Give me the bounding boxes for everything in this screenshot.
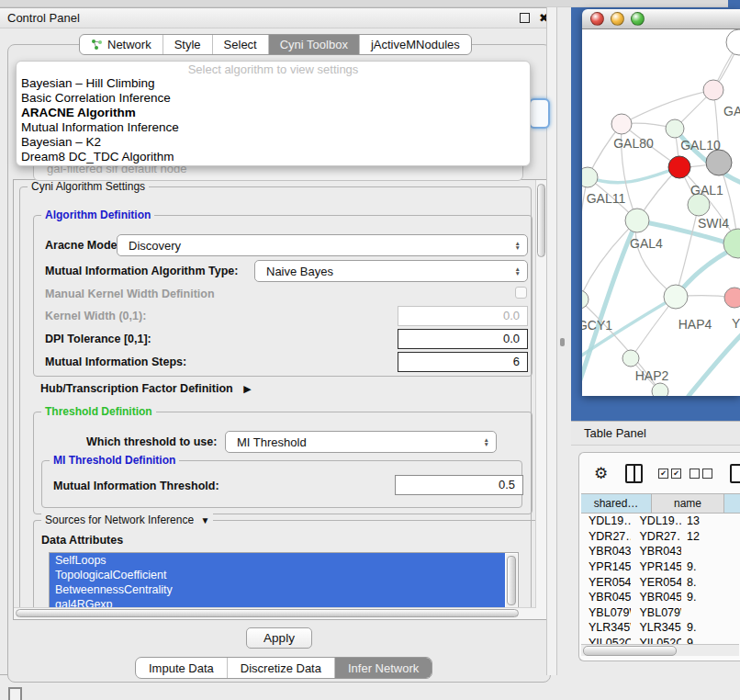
table-row[interactable]: YBL079WYBL079W [581,605,740,621]
tab-infer-network[interactable]: Infer Network [334,658,432,678]
column-header-a[interactable]: A [724,494,740,513]
dpi-tolerance-field[interactable]: 0.0 [398,329,528,349]
node-pink-top[interactable] [703,80,723,100]
hub-definition-toggle[interactable]: Hub/Transcription Factor Definition ▶ [40,382,252,395]
mi-algorithm-type-label: Mutual Information Algorithm Type: [45,265,238,277]
column-header-name[interactable]: name [652,494,724,513]
node-gal4[interactable] [625,209,649,232]
which-threshold-combo[interactable]: MI Threshold ▲▼ [225,431,497,453]
mi-threshold-group-label: MI Threshold Definition [50,454,179,467]
network-canvas[interactable]: GALGAL80GAL10GAL1GAL11SWI4GAL4GCY1HAP4YH… [582,29,740,396]
screen: Control Panel ✖ NetworkStyleSelectCyni T… [0,0,740,700]
node-gal11[interactable] [582,167,598,187]
algorithm-option-basic-correlation-inference[interactable]: Basic Correlation Inference [17,91,530,106]
tab-impute-data[interactable]: Impute Data [136,658,227,678]
algorithm-option-bayesian-k2[interactable]: Bayesian – K2 [17,135,530,150]
tab-cyni-toolbox[interactable]: Cyni Toolbox [268,35,359,54]
table-cell: YBR043C [581,545,631,558]
expand-arrow-icon: ▶ [243,383,251,394]
mi-steps-label: Mutual Information Steps: [45,356,186,368]
settings-horizontal-scrollbar[interactable] [14,607,536,619]
tab-network[interactable]: Network [80,35,163,54]
table-cell: YPR145W [631,560,682,573]
table-cell: YDL19… [631,514,682,527]
algorithm-popup-placeholder: Select algorithm to view settings [17,62,530,76]
node-gcy1[interactable] [582,290,589,309]
tab-jactivemnodules[interactable]: jActiveMNodules [359,35,471,54]
node-gray[interactable] [706,150,732,175]
zoom-window-button[interactable] [631,12,645,26]
column-header-shared[interactable]: shared… [581,494,652,513]
collapse-arrow-icon: ▼ [200,515,209,525]
algorithm-option-bayesian-hill-climbing[interactable]: Bayesian – Hill Climbing [17,76,530,91]
table-body: YDL19…YDL19…13YDR27…YDR27…12YBR043CYBR04… [581,514,740,644]
node-gal80[interactable] [611,114,632,134]
minimized-window-icon[interactable] [8,687,22,700]
table-header-row: shared…nameA [581,493,740,514]
node-bottom[interactable] [652,383,668,396]
apply-button[interactable]: Apply [246,627,312,649]
node-hap4[interactable] [664,285,688,309]
node-gal1-red[interactable] [668,156,690,178]
attribute-item-betweennesscentrality[interactable]: BetweennessCentrality [50,582,505,597]
algorithm-option-aracne-algorithm[interactable]: ARACNE Algorithm [17,106,530,120]
algorithm-definition-group: Algorithm Definition Aracne Mode: Discov… [33,215,533,377]
tab-label: jActiveMNodules [371,38,460,51]
node-salmon[interactable] [724,288,740,308]
kernel-width-field[interactable]: 0.0 [398,306,528,326]
float-window-button[interactable] [520,13,530,23]
mi-steps-field[interactable]: 6 [398,352,528,372]
dpi-tolerance-label: DPI Tolerance [0,1]: [45,333,151,345]
table-row[interactable]: YIL052CYIL052C9. [581,636,740,644]
tab-select[interactable]: Select [212,35,268,54]
mi-threshold-field[interactable]: 0.5 [395,475,523,495]
network-window-titlebar[interactable] [582,9,740,29]
sources-group-label: Sources for Network Inference [45,514,194,526]
bottom-tab-bar: Impute DataDiscretize DataInfer Network [135,657,432,679]
network-edge [622,90,713,124]
table-cell: YIL052C [631,637,682,644]
node-gal10[interactable] [666,119,684,138]
table-horizontal-scrollbar[interactable] [581,644,739,656]
select-all-columns-icon[interactable]: ✔✔ [658,469,681,479]
table-row[interactable]: YBR045CYBR045C9. [581,590,740,605]
tab-discretize-data[interactable]: Discretize Data [227,658,334,678]
attribute-item-selfloops[interactable]: SelfLoops [50,553,505,568]
table-row[interactable]: YDL19…YDL19…13 [581,514,740,529]
table-cell: YBR045C [631,591,682,604]
table-cell: YDR27… [631,530,682,543]
table-cell: YBR045C [581,591,631,604]
table-cell: 9. [681,560,740,573]
table-cell: YER054C [581,576,631,589]
mi-algorithm-type-combo[interactable]: Naive Bayes ▲▼ [254,260,528,282]
manual-kernel-width-checkbox[interactable] [515,287,527,299]
tab-label: Style [174,38,201,51]
minimize-window-button[interactable] [611,12,624,26]
which-threshold-value: MI Threshold [237,435,307,449]
algorithm-option-mutual-information-inference[interactable]: Mutual Information Inference [17,120,530,135]
table-row[interactable]: YDR27…YDR27…12 [581,529,740,545]
column-layout-icon[interactable] [625,464,643,483]
network-node-label: HAP2 [635,368,669,383]
manual-kernel-width-label: Manual Kernel Width Definition [45,288,215,300]
network-node-label: GAL1 [690,183,723,198]
table-row[interactable]: YPR145WYPR145W9. [581,559,740,575]
splitter-handle[interactable] [560,338,565,346]
table-cell: YDL19… [581,514,631,527]
deselect-all-columns-icon[interactable] [690,469,712,479]
attribute-item-topologicalcoefficient[interactable]: TopologicalCoefficient [50,568,505,582]
sources-group-toggle[interactable]: Sources for Network Inference ▼ [41,514,213,526]
aracne-mode-combo[interactable]: Discovery ▲▼ [117,234,528,256]
node-outline[interactable] [726,29,740,55]
algorithm-option-dream8-dc-tdc-algorithm[interactable]: Dream8 DC_TDC Algorithm [17,150,530,164]
table-cell: YBL079W [631,606,682,619]
close-window-button[interactable] [590,12,604,26]
table-row[interactable]: YLR345WYLR345W9. [581,620,740,636]
node-hap2[interactable] [622,350,639,367]
mi-threshold-group: MI Threshold Definition Mutual Informati… [41,460,522,508]
tab-style[interactable]: Style [163,35,212,54]
table-row[interactable]: YER054CYER054C8. [581,574,740,590]
table-settings-gear-icon[interactable]: ⚙ [594,466,608,481]
export-table-icon[interactable] [730,464,740,483]
table-row[interactable]: YBR043CYBR043C [581,544,740,559]
